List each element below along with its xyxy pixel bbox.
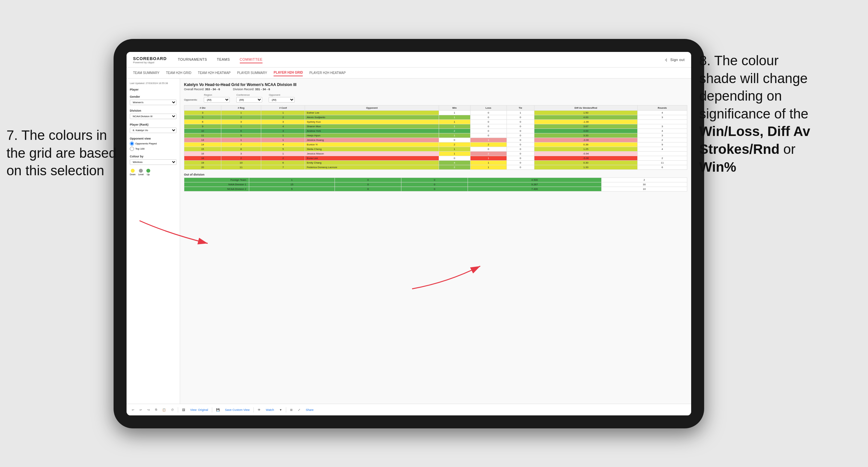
legend-down-dot <box>131 169 135 173</box>
paste-button[interactable]: 📋 <box>161 408 167 412</box>
sub-nav-team-summary[interactable]: TEAM SUMMARY <box>133 70 160 76</box>
annotation-left: 7. The colours inthe grid are basedon th… <box>6 127 130 180</box>
undo-button[interactable]: ↩ <box>130 408 136 412</box>
h2h-table: # Div # Reg # Conf Opponent Win Loss Tie… <box>184 105 687 170</box>
watch-icon: 👁 <box>256 408 262 412</box>
logo-sub: Powered by clippd <box>133 61 168 64</box>
sidebar-colour-by-select[interactable]: Win/loss <box>130 159 177 165</box>
sidebar-player-section: Player <box>130 88 177 91</box>
legend-level: Level <box>138 169 144 176</box>
logo: SCOREBOARD <box>133 56 167 61</box>
table-row: 14 7 4 Eunice Yi 2 2 0 0.38 9 <box>184 143 687 147</box>
sidebar-radio-group: Opponents Played Top 100 <box>130 142 177 151</box>
filter-conference: Conference (All) <box>236 93 262 102</box>
conference-select[interactable]: (All) <box>236 97 262 102</box>
table-row: 19 10 6 Emily Chang 4 1 0 0.30 11 <box>184 161 687 165</box>
nav-item-teams[interactable]: TEAMS <box>217 56 230 63</box>
sidebar-legend: Down Level Up <box>130 169 177 176</box>
conference-label: Conference <box>236 93 262 96</box>
grid-records: Overall Record: 353 - 34 - 6 Division Re… <box>184 88 687 91</box>
chevron-down-icon[interactable]: ▼ <box>278 408 283 412</box>
col-header-diff: Diff Av Strokes/Rnd <box>534 105 637 111</box>
region-select[interactable]: (All) <box>204 97 230 102</box>
sub-nav-player-h2h-grid[interactable]: PLAYER H2H GRID <box>274 69 303 76</box>
layout-button[interactable]: ⊞ <box>289 408 294 412</box>
sidebar: Last Updated: 27/03/2024 16:55:38 Player… <box>127 79 180 404</box>
nav-item-tournaments[interactable]: TOURNAMENTS <box>178 56 207 63</box>
sub-nav-player-summary[interactable]: PLAYER SUMMARY <box>237 70 267 76</box>
sidebar-division-section: Division NCAA Division III <box>130 109 177 119</box>
table-row: 16 3 1 Jessica Mason 1 2 0 -0.94 <box>184 152 687 156</box>
watch-button[interactable]: Watch <box>265 408 275 412</box>
ood-table-row: NAIA Division 1 15 0 0 9.267 30 <box>184 182 687 187</box>
ood-table-row: NCAA Division 2 5 0 0 7.400 10 <box>184 187 687 191</box>
tablet-screen: SCOREBOARD Powered by clippd TOURNAMENTS… <box>127 52 691 415</box>
sidebar-colour-by-label: Colour by <box>130 155 177 158</box>
sidebar-gender-section: Gender Women's <box>130 95 177 105</box>
sidebar-player-rank-label: Player (Rank) <box>130 123 177 126</box>
top100-label: Top 100 <box>135 147 145 150</box>
sidebar-gender-select[interactable]: Women's <box>130 100 177 105</box>
filter-region: Region (All) <box>204 93 230 102</box>
annotation-right: 8. The colourshade will changedepending … <box>699 52 862 176</box>
ood-table-row: Foreign Team 1 0 0 4.500 2 <box>184 178 687 182</box>
redo2-button[interactable]: ↪ <box>146 408 151 412</box>
save-custom-button[interactable]: Save Custom View <box>224 408 251 412</box>
sidebar-opponent-view-section: Opponent view Opponents Played Top 100 <box>130 137 177 151</box>
redo-button[interactable]: ↩ <box>138 408 144 412</box>
opponent-select[interactable]: (All) <box>269 97 294 102</box>
nav-item-committee[interactable]: COMMITTEE <box>240 56 263 63</box>
col-header-reg: # Reg <box>221 105 261 111</box>
sub-nav-team-h2h-grid[interactable]: TEAM H2H GRID <box>166 70 191 76</box>
table-row: 20 11 7 Federica Domecq Lacroze 2 1 0 1.… <box>184 165 687 170</box>
table-row: 3 1 1 Esther Lee 1 0 1 1.50 4 <box>184 111 687 115</box>
share-button[interactable]: Share <box>304 408 315 412</box>
col-header-rounds: Rounds <box>637 105 687 111</box>
region-label: Region <box>204 93 230 96</box>
copy-button[interactable]: ⧉ <box>154 407 158 412</box>
sidebar-division-select[interactable]: NCAA Division III <box>130 114 177 119</box>
annotation-strokes: Strokes/Rnd <box>699 142 779 157</box>
sidebar-radio-opponents-played[interactable]: Opponents Played <box>130 142 177 146</box>
table-row: 10 6 3 Andrea York 2 0 0 4.00 4 <box>184 129 687 133</box>
toolbar-divider-1 <box>178 407 178 412</box>
out-of-division-label: Out of division <box>184 173 687 176</box>
main-content: Last Updated: 27/03/2024 16:55:38 Player… <box>127 79 691 404</box>
annotation-winpct: Win% <box>699 159 736 175</box>
sidebar-opponent-view-label: Opponent view <box>130 137 177 140</box>
opponents-label: Opponents: <box>184 98 197 102</box>
nav-separator: ›| <box>665 58 667 62</box>
export-button[interactable]: ⤢ <box>297 408 302 412</box>
legend-down: Down <box>130 169 136 176</box>
legend-up-dot <box>146 169 150 173</box>
division-record: Division Record: 331 - 34 - 6 <box>233 88 270 91</box>
filter-row: Opponents: Region (All) Conference (All) <box>184 93 687 102</box>
sub-nav-player-h2h-heatmap[interactable]: PLAYER H2H HEATMAP <box>309 70 346 76</box>
bottom-toolbar: ↩ ↩ ↪ ⧉ 📋 ⏱ 🖼 View: Original 💾 Save Cust… <box>127 404 691 415</box>
legend-up-label: Up <box>147 173 150 176</box>
table-row: 9 1 4 Sharon Mun 1 0 0 3.67 3 <box>184 124 687 129</box>
legend-up: Up <box>146 169 150 176</box>
legend-level-label: Level <box>138 173 144 176</box>
legend-down-label: Down <box>130 173 136 176</box>
col-header-conf: # Conf <box>261 105 305 111</box>
logo-wrap: SCOREBOARD Powered by clippd <box>133 56 168 64</box>
sidebar-radio-top100[interactable]: Top 100 <box>130 147 177 151</box>
table-row: 18 2 2 Euna Lee 0 1 0 -5.00 2 <box>184 156 687 161</box>
table-row: 11 5 1 Heejo Hyun 1 0 0 3.33 3 <box>184 133 687 138</box>
out-of-division-table: Foreign Team 1 0 0 4.500 2 NAIA Division… <box>184 178 687 191</box>
grid-area: Katelyn Vo Head-to-Head Grid for Women's… <box>180 79 691 404</box>
table-row: 5 2 2 Alexis Sudjianto 1 0 0 4.00 3 <box>184 115 687 120</box>
sidebar-division-label: Division <box>130 109 177 112</box>
clock-button[interactable]: ⏱ <box>170 408 175 412</box>
sign-out-button[interactable]: Sign out <box>671 57 685 63</box>
legend-level-dot <box>139 169 143 173</box>
sidebar-player-rank-select[interactable]: 8. Katelyn Vo <box>130 128 177 133</box>
sidebar-gender-label: Gender <box>130 95 177 98</box>
table-row: 13 1 1 Jessica Huang 0 1 0 -3.00 2 <box>184 138 687 143</box>
sub-nav-team-h2h-heatmap[interactable]: TEAM H2H HEATMAP <box>198 70 231 76</box>
sidebar-player-rank-section: Player (Rank) 8. Katelyn Vo <box>130 123 177 133</box>
view-original-button[interactable]: View: Original <box>189 408 209 412</box>
col-header-opponent: Opponent <box>305 105 439 111</box>
opponent-label: Opponent <box>269 93 294 96</box>
